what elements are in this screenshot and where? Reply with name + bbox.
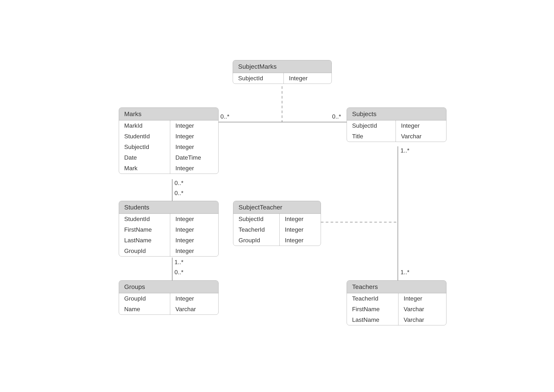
entity-row: GroupId Integer xyxy=(233,235,321,246)
column-type: Varchar xyxy=(398,304,428,315)
column-name: LastName xyxy=(119,235,170,246)
column-name: StudentId xyxy=(119,131,170,142)
entity-groups[interactable]: Groups GroupId Integer Name Varchar xyxy=(119,280,219,315)
column-type: Integer xyxy=(280,235,308,246)
column-name: TeacherId xyxy=(233,224,280,235)
column-type: Integer xyxy=(170,163,198,174)
connector-lines xyxy=(0,0,554,392)
entity-subject-teacher[interactable]: SubjectTeacher SubjectId Integer Teacher… xyxy=(233,201,321,246)
column-type: Integer xyxy=(284,73,312,84)
entity-row: LastName Varchar xyxy=(347,315,446,325)
entity-row: GroupId Integer xyxy=(119,246,218,256)
multiplicity-students-groups-top: 1..* xyxy=(174,259,184,266)
entity-row: FirstName Varchar xyxy=(347,304,446,315)
entity-teachers[interactable]: Teachers TeacherId Integer FirstName Var… xyxy=(347,280,447,325)
multiplicity-subjects-teachers-top: 1..* xyxy=(400,147,409,154)
entity-title: Groups xyxy=(119,280,218,293)
multiplicity-students-groups-bottom: 0..* xyxy=(174,269,184,276)
er-diagram-canvas: SubjectMarks SubjectId Integer Marks Mar… xyxy=(0,0,554,392)
column-name: Title xyxy=(347,131,396,142)
entity-title: SubjectTeacher xyxy=(233,201,321,214)
multiplicity-marks-students-bottom: 0..* xyxy=(174,190,184,196)
entity-subjects[interactable]: Subjects SubjectId Integer Title Varchar xyxy=(347,107,447,142)
entity-marks[interactable]: Marks MarkId Integer StudentId Integer S… xyxy=(119,107,219,174)
column-type: Integer xyxy=(170,235,198,246)
column-name: GroupId xyxy=(119,293,170,304)
column-name: FirstName xyxy=(347,304,398,315)
entity-row: GroupId Integer xyxy=(119,293,218,304)
entity-row: TeacherId Integer xyxy=(233,224,321,235)
column-name: TeacherId xyxy=(347,293,398,304)
column-name: Name xyxy=(119,304,170,315)
entity-row: TeacherId Integer xyxy=(347,293,446,304)
entity-row: FirstName Integer xyxy=(119,224,218,235)
column-name: GroupId xyxy=(233,235,280,246)
column-type: Varchar xyxy=(170,304,200,315)
entity-title: Marks xyxy=(119,108,218,120)
multiplicity-subjects-teachers-bottom: 1..* xyxy=(400,269,409,276)
multiplicity-marks-subjects-right: 0..* xyxy=(332,113,341,120)
entity-row: LastName Integer xyxy=(119,235,218,246)
entity-row: SubjectId Integer xyxy=(233,214,321,224)
entity-row: SubjectId Integer xyxy=(233,73,332,84)
column-name: LastName xyxy=(347,315,398,325)
column-type: Integer xyxy=(280,214,308,224)
entity-row: Date DateTime xyxy=(119,152,218,163)
column-name: MarkId xyxy=(119,120,170,131)
column-type: Integer xyxy=(170,131,198,142)
column-type: Integer xyxy=(396,120,424,131)
entity-title: Teachers xyxy=(347,280,446,293)
entity-title: Students xyxy=(119,201,218,214)
column-name: FirstName xyxy=(119,224,170,235)
column-name: Date xyxy=(119,152,170,163)
entity-row: Mark Integer xyxy=(119,163,218,174)
column-type: DateTime xyxy=(170,152,205,163)
multiplicity-marks-students-top: 0..* xyxy=(174,180,184,187)
column-name: StudentId xyxy=(119,214,170,224)
column-type: Varchar xyxy=(396,131,426,142)
entity-students[interactable]: Students StudentId Integer FirstName Int… xyxy=(119,201,219,257)
column-name: Mark xyxy=(119,163,170,174)
column-type: Integer xyxy=(170,142,198,152)
column-type: Integer xyxy=(280,224,308,235)
column-name: SubjectId xyxy=(233,73,284,84)
column-type: Integer xyxy=(170,293,198,304)
entity-row: Title Varchar xyxy=(347,131,446,142)
entity-row: StudentId Integer xyxy=(119,214,218,224)
column-type: Integer xyxy=(170,214,198,224)
entity-row: SubjectId Integer xyxy=(119,142,218,152)
entity-row: Name Varchar xyxy=(119,304,218,315)
entity-row: SubjectId Integer xyxy=(347,120,446,131)
column-name: SubjectId xyxy=(233,214,280,224)
column-type: Integer xyxy=(398,293,426,304)
multiplicity-marks-subjects-left: 0..* xyxy=(220,113,229,120)
column-type: Integer xyxy=(170,224,198,235)
entity-title: SubjectMarks xyxy=(233,60,332,73)
entity-title: Subjects xyxy=(347,108,446,120)
column-type: Varchar xyxy=(398,315,428,325)
entity-subject-marks[interactable]: SubjectMarks SubjectId Integer xyxy=(233,60,332,84)
column-name: SubjectId xyxy=(119,142,170,152)
column-type: Integer xyxy=(170,246,198,256)
entity-row: MarkId Integer xyxy=(119,120,218,131)
column-name: SubjectId xyxy=(347,120,396,131)
column-type: Integer xyxy=(170,120,198,131)
column-name: GroupId xyxy=(119,246,170,256)
entity-row: StudentId Integer xyxy=(119,131,218,142)
